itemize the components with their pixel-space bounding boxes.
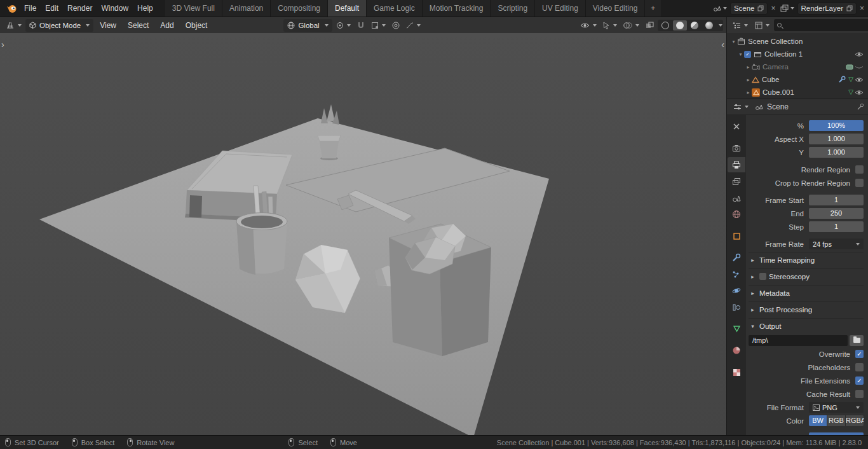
menu-file[interactable]: File (20, 0, 41, 17)
tab-modifiers[interactable] (728, 250, 745, 265)
color-depth-partial-button[interactable] (809, 432, 864, 436)
menu-render[interactable]: Render (63, 0, 97, 17)
browse-view-layer-button[interactable] (779, 4, 796, 12)
tab-tool[interactable] (728, 119, 745, 134)
new-scene-icon[interactable] (757, 5, 764, 11)
disclosure-triangle-icon[interactable] (745, 77, 752, 83)
collection-checkbox[interactable] (744, 51, 751, 58)
mesh-data-icon[interactable]: ▽ (848, 76, 853, 83)
visibility-toggle[interactable] (853, 77, 865, 83)
overwrite-checkbox[interactable] (855, 350, 864, 358)
crop-region-checkbox[interactable] (855, 179, 864, 187)
outliner-item-label[interactable]: Cube.001 (763, 88, 794, 96)
object-visibility-dropdown[interactable] (578, 19, 599, 32)
tab-output[interactable] (728, 157, 745, 172)
color-rgb-button[interactable]: RGB (827, 415, 846, 426)
workspace-tab-scripting[interactable]: Scripting (491, 0, 535, 17)
tab-particles[interactable] (728, 266, 745, 282)
outliner-display-mode-dropdown[interactable] (752, 19, 772, 32)
tab-object[interactable] (728, 228, 745, 244)
editor-type-button[interactable] (3, 19, 24, 32)
shading-material-button[interactable] (688, 20, 702, 31)
show-gizmo-dropdown[interactable] (600, 19, 620, 32)
menu-object[interactable]: Object (180, 17, 213, 34)
pin-icon[interactable] (857, 103, 864, 111)
disclosure-triangle-icon[interactable] (737, 52, 744, 57)
xray-toggle-button[interactable] (643, 19, 656, 32)
shading-rendered-button[interactable] (702, 20, 716, 31)
tab-view-layer[interactable] (728, 174, 745, 189)
menu-help[interactable]: Help (133, 0, 158, 17)
visibility-toggle[interactable] (853, 52, 865, 57)
workspace-tab-default[interactable]: Default (328, 0, 367, 17)
section-stereoscopy[interactable]: Stereoscopy (749, 268, 864, 284)
outliner-item-label[interactable]: Camera (763, 63, 789, 71)
toolbar-expand-arrow[interactable]: › (1, 39, 4, 50)
blender-logo-icon[interactable] (6, 4, 17, 13)
browse-scene-button[interactable] (712, 4, 728, 12)
workspace-tab-compositing[interactable]: Compositing (271, 0, 328, 17)
section-output[interactable]: Output (749, 318, 864, 333)
outliner-item-label[interactable]: Scene Collection (748, 38, 803, 45)
outliner-item-label[interactable]: Collection 1 (764, 50, 803, 58)
resolution-percentage-slider[interactable]: 100% (809, 120, 864, 131)
outliner-editor-type-button[interactable] (730, 19, 750, 32)
falloff-dropdown[interactable] (403, 19, 423, 32)
disclosure-triangle-icon[interactable] (745, 64, 752, 70)
visibility-toggle[interactable] (853, 64, 865, 70)
browse-folder-button[interactable] (850, 335, 864, 346)
mesh-data-icon[interactable]: ▽ (848, 89, 853, 95)
cache-result-checkbox[interactable] (855, 390, 864, 398)
menu-window[interactable]: Window (97, 0, 133, 17)
snap-target-dropdown[interactable] (369, 19, 388, 32)
section-metadata[interactable]: Metadata (749, 285, 864, 300)
section-post-processing[interactable]: Post Processing (749, 301, 864, 317)
render-region-checkbox[interactable] (855, 165, 864, 174)
mode-dropdown[interactable]: Object Mode (25, 19, 93, 32)
aspect-x-field[interactable]: 1.000 (809, 134, 864, 144)
unlink-scene-button[interactable]: × (770, 3, 776, 15)
file-extensions-checkbox[interactable] (855, 376, 864, 385)
render-layer-field[interactable]: RenderLayer (797, 3, 857, 15)
viewport-canvas[interactable] (0, 33, 726, 435)
outliner-row-scene-collection[interactable]: Scene Collection (727, 35, 868, 48)
shading-solid-button[interactable] (673, 20, 687, 31)
visibility-toggle[interactable] (853, 90, 865, 95)
output-path-field[interactable]: /tmp\ (749, 335, 848, 346)
disclosure-triangle-icon[interactable] (730, 39, 737, 45)
tab-world[interactable] (728, 207, 745, 222)
tab-constraints[interactable] (728, 300, 745, 315)
outliner-row-cube[interactable]: Cube ▽ (727, 73, 868, 86)
color-rgba-button[interactable]: RGBA (846, 415, 864, 426)
tab-physics[interactable] (728, 283, 745, 298)
frame-end-field[interactable]: 250 (809, 208, 864, 219)
menu-view[interactable]: View (95, 17, 121, 34)
placeholders-checkbox[interactable] (855, 363, 864, 371)
workspace-tab-video-editing[interactable]: Video Editing (586, 0, 646, 17)
viewport-3d[interactable]: › ‹ (0, 33, 726, 435)
transform-orientation-dropdown[interactable]: Global (283, 19, 332, 32)
tab-object-data[interactable] (728, 321, 745, 336)
modifier-wrench-icon[interactable] (838, 76, 846, 83)
unlink-layer-button[interactable]: × (858, 3, 865, 15)
workspace-tab-game-logic[interactable]: Game Logic (367, 0, 423, 17)
pivot-point-dropdown[interactable] (334, 19, 353, 32)
frame-start-field[interactable]: 1 (809, 195, 864, 205)
color-bw-button[interactable]: BW (809, 415, 827, 426)
proportional-editing-button[interactable] (390, 19, 402, 32)
outliner-item-label[interactable]: Cube (762, 76, 780, 83)
shading-wireframe-button[interactable] (658, 20, 672, 31)
workspace-tab-uv-editing[interactable]: UV Editing (535, 0, 586, 17)
workspace-tab-3d-view-full[interactable]: 3D View Full (165, 0, 222, 17)
disclosure-triangle-icon[interactable] (745, 90, 752, 95)
tab-material[interactable] (728, 343, 745, 358)
tab-texture[interactable] (728, 364, 745, 380)
stereoscopy-checkbox[interactable] (759, 273, 766, 280)
outliner-search-field[interactable] (774, 19, 868, 31)
file-format-dropdown[interactable]: PNG (809, 402, 864, 413)
menu-add[interactable]: Add (155, 17, 179, 34)
aspect-y-field[interactable]: 1.000 (809, 147, 864, 158)
add-workspace-button[interactable]: + (645, 0, 661, 17)
new-layer-icon[interactable] (846, 5, 853, 11)
menu-edit[interactable]: Edit (41, 0, 63, 17)
